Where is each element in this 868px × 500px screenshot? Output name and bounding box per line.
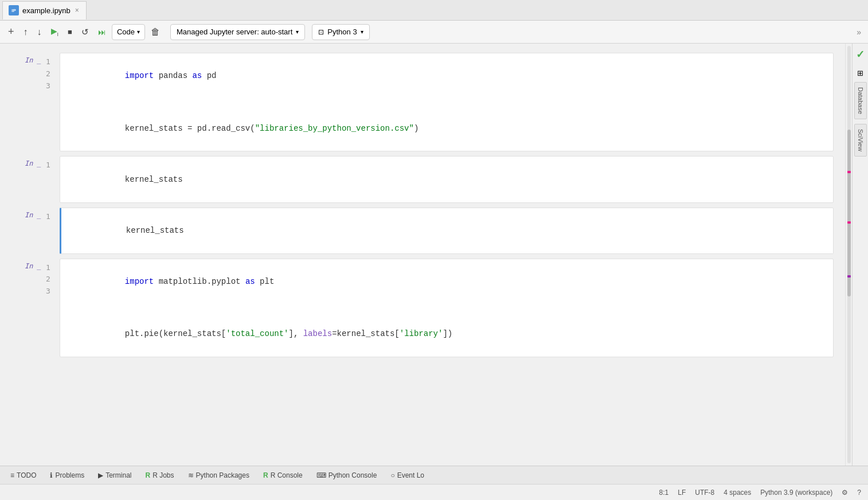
- r-console-label: R Console: [271, 471, 303, 479]
- move-down-button[interactable]: ↓: [34, 25, 45, 40]
- line-ending: LF: [678, 489, 686, 497]
- scrollbar-track[interactable]: [847, 46, 851, 463]
- cell-line-4-1: import matplotlib.pyplot as plt: [67, 263, 826, 301]
- r-console-tab[interactable]: R R Console: [257, 469, 308, 482]
- notebook-tab[interactable]: IP example.ipynb ×: [2, 1, 87, 19]
- cell-line-4-2: [67, 301, 826, 315]
- database-tab[interactable]: Database: [854, 82, 867, 119]
- terminal-icon: ▶: [98, 471, 103, 479]
- restart-icon: ↺: [81, 27, 89, 37]
- cell-container-1: In _ 1 2 3 import pandas as pd kernel_st…: [0, 53, 845, 151]
- todo-icon: ≡: [10, 471, 14, 479]
- cursor-position: 8:1: [659, 489, 669, 497]
- check-icon: ✓: [856, 48, 865, 61]
- tab-bar: IP example.ipynb ×: [0, 0, 868, 21]
- down-arrow-icon: ↓: [37, 27, 42, 37]
- python-console-tab[interactable]: ⌨ Python Console: [311, 469, 383, 482]
- restart-button[interactable]: ↺: [78, 25, 92, 40]
- event-log-tab[interactable]: ○ Event Lo: [385, 469, 430, 482]
- stop-icon: ■: [68, 28, 72, 36]
- toolbar: + ↑ ↓ ▶I ■ ↺ ⏭ Code ▾ 🗑 Managed Jupyter …: [0, 21, 868, 44]
- kernel-icon: ⊡: [318, 28, 324, 36]
- terminal-tab[interactable]: ▶ Terminal: [92, 469, 137, 482]
- line-numbers-3: 1: [46, 208, 60, 223]
- r-jobs-label: R Jobs: [153, 471, 174, 479]
- todo-tab[interactable]: ≡ TODO: [5, 469, 42, 482]
- cell-line-1-2: [67, 95, 826, 109]
- encoding: UTF-8: [695, 489, 714, 497]
- scroll-marker-1: [847, 171, 851, 173]
- code-cell-4[interactable]: import matplotlib.pyplot as plt plt.pie(…: [60, 259, 834, 357]
- indent-label: 4 spaces: [724, 489, 751, 497]
- notebook-wrapper: In _ 1 2 3 import pandas as pd kernel_st…: [0, 44, 852, 466]
- cell-container-4: In _ 1 2 3 import matplotlib.pyplot as p…: [0, 259, 845, 357]
- event-log-label: Event Lo: [397, 471, 424, 479]
- tab-close-button[interactable]: ×: [74, 5, 80, 15]
- python-packages-label: Python Packages: [196, 471, 249, 479]
- bottom-tabs: ≡ TODO ℹ Problems ▶ Terminal R R Jobs ≋ …: [0, 466, 868, 484]
- sciview-tab[interactable]: SciView: [854, 124, 867, 157]
- run-all-button[interactable]: ⏭: [95, 25, 110, 39]
- grid-icon[interactable]: ⊞: [856, 68, 865, 79]
- cell-type-label: Code: [117, 28, 135, 36]
- problems-tab[interactable]: ℹ Problems: [44, 469, 90, 482]
- cell-line-3-1: kernel_stats: [68, 212, 826, 250]
- notebook-scrollbar[interactable]: [845, 44, 852, 466]
- kernel-dropdown[interactable]: ⊡ Python 3 ▾: [312, 24, 369, 40]
- line-numbers-2: 1: [46, 156, 60, 171]
- python-console-label: Python Console: [329, 471, 377, 479]
- terminal-label: Terminal: [105, 471, 131, 479]
- notebook: In _ 1 2 3 import pandas as pd kernel_st…: [0, 44, 845, 466]
- stop-button[interactable]: ■: [64, 25, 76, 38]
- cell-label-2: In _: [11, 156, 46, 167]
- cell-line-1-3: kernel_stats = pd.read_csv("libraries_by…: [67, 109, 826, 147]
- tab-filename: example.ipynb: [22, 6, 71, 15]
- more-actions-button[interactable]: »: [854, 25, 863, 39]
- status-bar: 8:1 LF UTF-8 4 spaces Python 3.9 (worksp…: [0, 484, 868, 500]
- code-cell-2[interactable]: kernel_stats: [60, 156, 834, 202]
- cell-label-4: In _: [11, 259, 46, 270]
- cell-type-dropdown[interactable]: Code ▾: [112, 24, 145, 40]
- up-arrow-icon: ↑: [24, 27, 28, 37]
- line-numbers-1: 1 2 3: [46, 53, 60, 92]
- event-log-icon: ○: [390, 471, 394, 479]
- r-jobs-icon: R: [146, 471, 151, 479]
- cell-line-4-3: plt.pie(kernel_stats['total_count'], lab…: [67, 315, 826, 353]
- python-packages-tab[interactable]: ≋ Python Packages: [182, 469, 255, 482]
- kernel-chevron: ▾: [361, 29, 363, 35]
- trash-icon: 🗑: [151, 27, 160, 37]
- cell-label-3: In _: [11, 208, 46, 219]
- python-console-icon: ⌨: [316, 471, 326, 479]
- code-cell-1[interactable]: import pandas as pd kernel_stats = pd.re…: [60, 53, 834, 151]
- tab-icon: IP: [9, 5, 19, 15]
- cell-type-chevron: ▾: [137, 29, 140, 35]
- cell-container-3: In _ 1 kernel_stats: [0, 208, 845, 254]
- server-chevron: ▾: [296, 29, 299, 35]
- python-packages-icon: ≋: [188, 471, 194, 479]
- todo-label: TODO: [17, 471, 36, 479]
- r-jobs-tab[interactable]: R R Jobs: [140, 469, 180, 482]
- plus-icon: +: [8, 26, 14, 38]
- problems-icon: ℹ: [50, 471, 53, 479]
- cell-container-2: In _ 1 kernel_stats: [0, 156, 845, 202]
- move-up-button[interactable]: ↑: [20, 25, 32, 40]
- delete-cell-button[interactable]: 🗑: [147, 25, 163, 40]
- run-icon: ▶I: [51, 26, 59, 37]
- server-dropdown[interactable]: Managed Jupyter server: auto-start ▾: [170, 24, 305, 40]
- scrollbar-thumb[interactable]: [847, 130, 851, 296]
- cell-line-1-1: import pandas as pd: [67, 57, 826, 95]
- scroll-marker-2: [847, 221, 851, 224]
- main-area: In _ 1 2 3 import pandas as pd kernel_st…: [0, 44, 868, 466]
- add-cell-button[interactable]: +: [5, 24, 18, 40]
- help-icon[interactable]: ?: [857, 489, 861, 497]
- kernel-label: Python 3: [327, 28, 357, 36]
- run-cell-button[interactable]: ▶I: [48, 24, 62, 40]
- cell-line-2-1: kernel_stats: [67, 160, 826, 198]
- settings-icon[interactable]: ⚙: [842, 489, 848, 497]
- cell-label-1: In _: [11, 53, 46, 64]
- problems-label: Problems: [55, 471, 84, 479]
- server-label: Managed Jupyter server: auto-start: [177, 28, 292, 36]
- code-cell-3[interactable]: kernel_stats: [60, 208, 834, 254]
- line-numbers-4: 1 2 3: [46, 259, 60, 298]
- scroll-marker-3: [847, 275, 851, 278]
